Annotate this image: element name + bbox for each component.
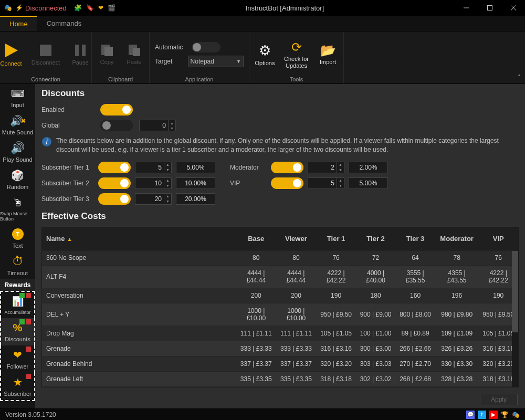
vip-value-input[interactable]: 5▲▼	[308, 177, 344, 189]
cell-t1: 950 | £9.50	[316, 303, 356, 326]
sidebar-item-random[interactable]: 🎲Random	[0, 166, 35, 193]
twitter-icon[interactable]: t	[478, 411, 486, 419]
cell-mod: 328 | £3.28	[435, 371, 479, 386]
svg-rect-7	[82, 45, 86, 56]
col-tier2[interactable]: Tier 2	[356, 227, 396, 250]
bolt-icon: ⚡	[15, 4, 23, 12]
connect-button[interactable]: Connect	[0, 41, 26, 67]
import-button[interactable]: 📂 Import	[316, 43, 341, 65]
close-button[interactable]	[501, 0, 525, 16]
pause-button[interactable]: Pause	[65, 43, 96, 66]
cell-viewer: 200	[276, 288, 317, 303]
global-toggle[interactable]	[100, 120, 133, 131]
tier3-value-input[interactable]: 20▲▼	[135, 193, 172, 205]
mod-pct: 2.00%	[349, 162, 388, 173]
enabled-toggle[interactable]	[100, 104, 133, 116]
tier1-label: Subscriber Tier 1	[41, 164, 94, 171]
mod-value-input[interactable]: 2▲▼	[308, 162, 344, 173]
cell-name: Conversation	[42, 288, 236, 303]
effective-costs-title: Effective Costs	[35, 207, 525, 225]
group-label-tools: Tools	[290, 76, 303, 82]
check-updates-button[interactable]: ⟳ Check for Updates	[282, 40, 311, 68]
tier3-toggle[interactable]	[98, 193, 131, 205]
tier1-value-input[interactable]: 5▲▼	[135, 162, 172, 173]
svg-rect-5	[40, 45, 51, 56]
table-row[interactable]: Drop Mag111 | £1.11111 | £1.11105 | £1.0…	[42, 326, 518, 341]
ext-icon-2: 🔖	[86, 4, 94, 12]
sidebar-item-subscriber[interactable]: ★Subscriber	[0, 373, 35, 401]
sidebar-item-mute-sound[interactable]: 🔊✖Mute Sound	[0, 111, 35, 139]
star-icon: ★	[13, 376, 23, 388]
tab-home[interactable]: Home	[0, 16, 37, 31]
col-base[interactable]: Base	[236, 227, 276, 250]
cell-t3: 270 | £2.70	[395, 356, 435, 371]
spin-up-icon[interactable]: ▲	[169, 120, 175, 125]
tab-commands[interactable]: Commands	[37, 16, 91, 31]
group-label-application: Application	[185, 76, 214, 82]
sidebar-item-swap-mouse[interactable]: 🖱Swap Mouse Button	[0, 193, 35, 225]
global-value-input[interactable]: 0▲▼	[139, 120, 176, 131]
tier2-pct: 10.00%	[176, 177, 215, 189]
sidebar-item-play-sound[interactable]: 🔊Play Sound	[0, 139, 35, 166]
copy-button[interactable]: Copy	[96, 43, 119, 65]
paste-button[interactable]: Paste	[123, 43, 146, 65]
cell-name: Grenade	[42, 341, 236, 356]
disconnect-button[interactable]: Disconnect	[30, 43, 61, 66]
table-row[interactable]: Grenade333 | £3.33333 | £3.33316 | £3.16…	[42, 341, 518, 356]
vip-label: VIP	[230, 180, 267, 187]
mod-label: Moderator	[230, 164, 267, 171]
spin-down-icon[interactable]: ▼	[169, 125, 175, 131]
apply-button[interactable]: Apply	[480, 394, 518, 405]
options-button[interactable]: ⚙ Options	[253, 43, 278, 66]
tier1-toggle[interactable]	[98, 162, 131, 173]
table-row[interactable]: 360 No Scope80807672647876	[42, 250, 518, 265]
table-row[interactable]: Conversation200200190180160196190	[42, 288, 518, 303]
col-tier3[interactable]: Tier 3	[395, 227, 435, 250]
copy-icon	[100, 43, 114, 58]
tier3-label: Subscriber Tier 3	[41, 195, 94, 203]
sidebar-item-input[interactable]: ⌨Input	[0, 84, 35, 111]
col-moderator[interactable]: Moderator	[435, 227, 479, 250]
maximize-button[interactable]	[478, 0, 501, 16]
sidebar-item-follower[interactable]: ❤Follower	[0, 345, 35, 373]
mod-toggle[interactable]	[271, 162, 303, 173]
cell-t1: 190	[316, 288, 356, 303]
sidebar-item-accumulator[interactable]: 📊Accumulator	[0, 291, 35, 318]
target-select[interactable]: Notepad ▼	[188, 56, 244, 67]
col-viewer[interactable]: Viewer	[276, 227, 317, 250]
table-row[interactable]: Grenade Behind337 | £3.37337 | £3.37320 …	[42, 356, 518, 371]
ribbon-collapse-button[interactable]: ˄	[518, 74, 521, 81]
mask-icon[interactable]: 🎭	[512, 411, 520, 418]
play-icon	[2, 41, 20, 59]
vip-toggle[interactable]	[271, 177, 303, 189]
cell-t2: 4000 | £40.00	[356, 265, 396, 288]
table-scrollbar[interactable]	[512, 251, 518, 387]
col-name[interactable]: Name▲	[42, 227, 236, 250]
cell-mod: 196	[435, 288, 479, 303]
svg-marker-4	[5, 44, 18, 57]
minimize-button[interactable]	[454, 0, 478, 16]
sidebar-item-discounts[interactable]: %Discounts	[0, 318, 35, 345]
mouse-icon: 🖱	[13, 197, 23, 209]
enabled-label: Enabled	[41, 106, 94, 113]
cell-t3: 89 | £0.89	[395, 326, 435, 341]
sidebar-item-text[interactable]: TText	[0, 225, 35, 252]
col-tier1[interactable]: Tier 1	[316, 227, 356, 250]
table-row[interactable]: ALT F44444 | £44.444444 | £44.444222 | £…	[42, 265, 518, 288]
tier2-value-input[interactable]: 10▲▼	[135, 177, 172, 189]
automatic-toggle[interactable]	[192, 42, 220, 52]
table-row[interactable]: DEL + Y1000 | £10.001000 | £10.00950 | £…	[42, 303, 518, 326]
tier2-toggle[interactable]	[98, 177, 131, 189]
tier2-label: Subscriber Tier 2	[41, 180, 94, 187]
sidebar-item-timeout[interactable]: ⏱Timeout	[0, 252, 35, 279]
discord-icon[interactable]: 💬	[466, 411, 475, 419]
cell-t2: 100 | £1.00	[356, 326, 396, 341]
cell-t2: 302 | £3.02	[356, 386, 396, 387]
cell-base: 1000 | £10.00	[236, 303, 276, 326]
col-vip[interactable]: VIP	[478, 227, 518, 250]
table-row[interactable]: Grenade Right336 | £3.36336 | £3.36319 |…	[42, 386, 518, 387]
youtube-icon[interactable]: ▶	[489, 411, 498, 419]
target-select-value: Notepad	[191, 58, 214, 65]
trophy-icon[interactable]: 🏆	[501, 411, 509, 418]
table-row[interactable]: Grenade Left335 | £3.35335 | £3.35318 | …	[42, 371, 518, 386]
